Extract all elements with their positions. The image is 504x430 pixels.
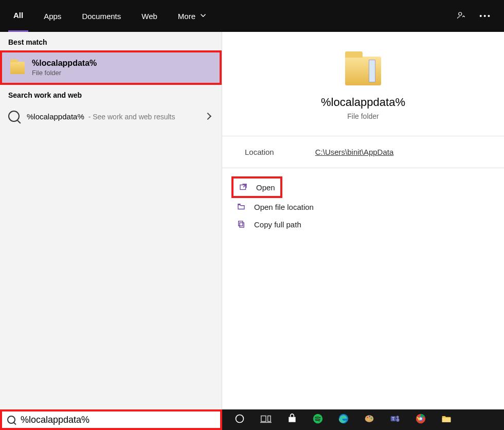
svg-point-12 bbox=[369, 416, 371, 417]
result-search-web[interactable]: %localappdata% - See work and web result… bbox=[0, 103, 222, 129]
action-open[interactable]: Open bbox=[233, 178, 280, 196]
tab-more-label: More bbox=[178, 12, 195, 21]
section-search-web: Search work and web bbox=[0, 85, 222, 103]
svg-text:T: T bbox=[392, 416, 394, 421]
search-web-query: %localappdata% bbox=[27, 112, 84, 121]
action-copy-path-label: Copy full path bbox=[254, 220, 301, 229]
result-title: %localappdata% bbox=[32, 59, 97, 68]
action-open-file-location[interactable]: Open file location bbox=[231, 198, 495, 216]
svg-point-11 bbox=[367, 417, 368, 418]
action-open-location-label: Open file location bbox=[254, 203, 314, 211]
preview-location-row: Location C:\Users\binit\AppData bbox=[222, 136, 504, 168]
preview-title: %localappdata% bbox=[321, 96, 405, 109]
folder-icon bbox=[345, 57, 381, 85]
location-value[interactable]: C:\Users\binit\AppData bbox=[315, 148, 394, 156]
preview-pane: %localappdata% File folder Location C:\U… bbox=[222, 32, 504, 409]
section-best-match: Best match bbox=[0, 32, 222, 50]
open-icon bbox=[239, 183, 248, 192]
chevron-down-icon bbox=[199, 11, 208, 22]
search-icon bbox=[8, 111, 20, 122]
store-icon[interactable] bbox=[287, 414, 297, 426]
folder-open-icon bbox=[237, 202, 246, 211]
explorer-icon[interactable] bbox=[441, 414, 452, 426]
more-options-icon[interactable]: ••• bbox=[479, 12, 492, 20]
svg-rect-2 bbox=[240, 223, 244, 227]
svg-rect-18 bbox=[397, 418, 400, 422]
taskbar-search[interactable] bbox=[0, 409, 222, 430]
svg-rect-22 bbox=[442, 418, 451, 422]
teams-icon[interactable]: T bbox=[390, 414, 400, 426]
taskbar: T bbox=[0, 409, 504, 430]
svg-rect-6 bbox=[268, 416, 271, 421]
spotify-icon[interactable] bbox=[313, 414, 323, 426]
result-best-match[interactable]: %localappdata% File folder bbox=[0, 50, 222, 85]
preview-subtitle: File folder bbox=[347, 112, 379, 120]
svg-rect-3 bbox=[239, 221, 243, 226]
tab-documents[interactable]: Documents bbox=[77, 0, 126, 32]
tab-web[interactable]: Web bbox=[136, 0, 163, 32]
action-open-label: Open bbox=[256, 183, 275, 192]
chrome-icon[interactable] bbox=[416, 414, 426, 426]
edge-icon[interactable] bbox=[338, 414, 349, 426]
cortana-icon[interactable] bbox=[235, 414, 245, 426]
svg-point-17 bbox=[397, 416, 399, 418]
task-view-icon[interactable] bbox=[260, 414, 272, 426]
tab-more[interactable]: More bbox=[173, 0, 213, 32]
search-web-desc: - See work and web results bbox=[88, 113, 175, 121]
svg-point-0 bbox=[459, 12, 462, 15]
result-subtitle: File folder bbox=[32, 69, 97, 77]
search-input[interactable] bbox=[21, 415, 220, 425]
tab-all[interactable]: All bbox=[8, 0, 28, 32]
search-icon bbox=[7, 416, 15, 424]
copy-icon bbox=[237, 220, 246, 229]
taskbar-apps: T bbox=[222, 414, 452, 426]
svg-point-4 bbox=[236, 415, 244, 422]
chevron-right-icon bbox=[204, 113, 211, 120]
tab-apps[interactable]: Apps bbox=[39, 0, 66, 32]
svg-point-14 bbox=[368, 419, 369, 420]
feedback-icon[interactable] bbox=[457, 11, 466, 22]
results-pane: Best match %localappdata% File folder Se… bbox=[0, 32, 222, 409]
search-tab-bar: All Apps Documents Web More ••• bbox=[0, 0, 504, 32]
folder-icon bbox=[10, 62, 25, 74]
svg-point-13 bbox=[371, 417, 372, 419]
paint-icon[interactable] bbox=[364, 414, 374, 426]
location-label: Location bbox=[245, 148, 274, 156]
svg-rect-5 bbox=[261, 416, 266, 421]
action-copy-full-path[interactable]: Copy full path bbox=[231, 216, 495, 233]
